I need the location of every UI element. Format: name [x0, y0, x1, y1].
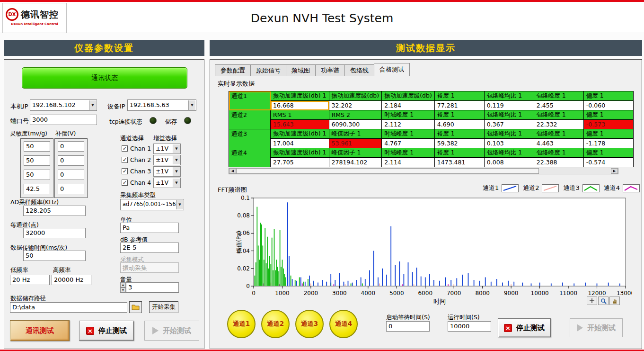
volume-stepper[interactable]: ▲ ▼ — [120, 282, 126, 293]
comm-status-indicator[interactable]: 通讯状态 — [22, 67, 187, 89]
header-cell[interactable]: 包络峰度 1 — [534, 110, 583, 120]
header-cell[interactable]: 振动加速度级(db) 1 — [271, 91, 329, 101]
header-cell[interactable]: 偏度 1 — [583, 91, 633, 101]
chevron-down-icon[interactable]: ▼ — [173, 156, 180, 164]
sensitivity-input-1[interactable]: 50 — [24, 141, 50, 152]
chevron-down-icon[interactable]: ▼ — [89, 100, 96, 110]
legend-item-ch1[interactable]: 通道1 — [483, 184, 519, 192]
value-cell[interactable]: 2.455 — [534, 101, 583, 110]
header-cell[interactable]: 包络峰度 1 — [534, 91, 583, 101]
value-cell[interactable]: 0.008 — [484, 158, 534, 167]
value-cell[interactable]: 2.184 — [382, 101, 435, 110]
crosshair-icon[interactable] — [587, 297, 597, 305]
value-cell[interactable]: 0.103 — [484, 139, 534, 148]
header-cell[interactable]: 时域峰度 1 — [382, 129, 435, 139]
channel-cell[interactable]: 通道4 — [229, 148, 271, 167]
header-cell[interactable]: RMS 2 — [329, 110, 382, 120]
start-test-button[interactable]: 开始测试 — [144, 321, 199, 341]
header-cell[interactable]: 包络峰均比 1 — [484, 129, 534, 139]
value-cell[interactable]: 6090.300 — [329, 120, 382, 129]
header-cell[interactable]: 包络峰均比 1 — [484, 110, 534, 120]
ad-freq-input[interactable]: 128.205 — [23, 206, 86, 216]
run-time-input[interactable]: 10000 — [448, 321, 491, 332]
header-cell[interactable]: 包络峰度 1 — [534, 129, 583, 139]
scrollbar-thumb[interactable] — [236, 168, 539, 174]
value-cell[interactable]: 1473.481 — [434, 158, 484, 167]
channel2-button[interactable]: 通道2 — [261, 310, 290, 338]
sensitivity-input-2[interactable]: 50 — [24, 155, 50, 166]
chan4-gain-select[interactable]: ±1V ▼ — [153, 178, 181, 188]
stop-test-button[interactable]: × 停止测试 — [79, 321, 134, 341]
channel-cell[interactable]: 通道3 — [229, 129, 271, 148]
header-cell[interactable]: 裕度 1 — [434, 110, 484, 120]
header-cell[interactable]: 时域峰度 1 — [382, 110, 435, 120]
spin-down-icon[interactable]: ▼ — [120, 288, 126, 293]
tab-power-spectrum[interactable]: 功率谱 — [316, 64, 345, 76]
compensation-input-3[interactable]: 0 — [58, 170, 84, 180]
stop-test-button-right[interactable]: × 停止测试 — [498, 318, 551, 337]
value-cell[interactable]: 22.332 — [534, 120, 583, 129]
spin-up-icon[interactable]: ▲ — [120, 282, 126, 288]
value-cell[interactable]: 0.367 — [484, 120, 534, 129]
header-cell[interactable]: 包络峰均比 1 — [484, 148, 534, 158]
value-cell[interactable]: 27.705 — [271, 158, 329, 167]
value-cell[interactable]: -0.574 — [583, 158, 633, 167]
header-cell[interactable]: 峰值因子 1 — [329, 148, 382, 158]
tab-raw-signal[interactable]: 原始信号 — [251, 64, 286, 76]
value-cell[interactable]: 53.961 — [329, 139, 382, 148]
header-cell[interactable]: 振动加速度级(db) — [382, 91, 435, 101]
value-cell[interactable]: 4.690 — [434, 120, 484, 129]
fft-chart-svg[interactable]: 00.020.040.060.080.101000200030004000500… — [235, 193, 632, 307]
unit-input[interactable]: Pa — [120, 223, 179, 233]
chevron-down-icon[interactable]: ▼ — [173, 179, 180, 187]
chan2-checkbox[interactable]: ✓ — [122, 157, 128, 163]
tab-param-config[interactable]: 参数配置 — [215, 64, 251, 76]
port-input[interactable]: 3000 — [30, 115, 97, 125]
chevron-down-icon[interactable]: ▼ — [173, 144, 180, 153]
header-cell[interactable]: 包络峰均比 1 — [484, 91, 534, 101]
header-cell[interactable]: 裕度 1 — [434, 91, 484, 101]
low-freq-input[interactable]: 20 Hz — [10, 275, 50, 285]
device-ip-select[interactable]: 192.168.5.63 ▼ — [127, 99, 196, 111]
sensitivity-input-4[interactable]: 42.5 — [24, 184, 50, 194]
tab-pass-test[interactable]: 合格测试 — [374, 63, 410, 76]
tab-freq-domain[interactable]: 频域图 — [286, 64, 316, 76]
value-cell[interactable]: -0.573 — [583, 120, 633, 129]
value-cell[interactable]: 16.668 — [271, 101, 329, 110]
freq-type-select[interactable]: ad7765(0.001~156 ▼ — [120, 199, 184, 210]
header-cell[interactable]: RMS 1 — [271, 110, 329, 120]
db-ref-input[interactable]: 2E-5 — [120, 243, 179, 253]
chan3-gain-select[interactable]: ±1V ▼ — [153, 166, 181, 177]
sensitivity-input-3[interactable]: 50 — [24, 170, 50, 180]
chevron-down-icon[interactable]: ▼ — [173, 167, 180, 176]
value-cell[interactable]: 15.643 — [271, 120, 329, 129]
value-cell[interactable]: 4.463 — [534, 139, 583, 148]
start-collect-button[interactable]: 开始采集 — [149, 301, 178, 313]
fft-chart[interactable]: 00.020.040.060.080.101000200030004000500… — [235, 193, 632, 307]
compensation-input-1[interactable]: 0 — [58, 141, 84, 152]
browse-folder-button[interactable] — [129, 301, 142, 313]
header-cell[interactable]: 偏度 1 — [583, 148, 633, 158]
comm-test-button[interactable]: 通讯测试 — [10, 320, 70, 341]
header-cell[interactable]: 振动加速度级(db) 1 — [271, 129, 329, 139]
pan-hand-icon[interactable] — [609, 297, 620, 305]
value-cell[interactable]: 4.767 — [382, 139, 435, 148]
value-cell[interactable]: 0.119 — [484, 101, 534, 110]
channel4-button[interactable]: 通道4 — [329, 310, 358, 338]
value-cell[interactable]: 278194.102 — [329, 158, 382, 167]
value-cell[interactable]: 59.382 — [434, 139, 484, 148]
channel3-button[interactable]: 通道3 — [295, 310, 324, 338]
header-cell[interactable]: 峰值因子 1 — [329, 129, 382, 139]
scroll-left-icon[interactable]: ◀ — [229, 168, 236, 174]
compensation-input-4[interactable]: 0 — [58, 184, 84, 194]
legend-item-ch3[interactable]: 通道3 — [563, 184, 599, 192]
header-cell[interactable]: 裕度 1 — [434, 148, 484, 158]
value-cell[interactable]: 77.281 — [434, 101, 484, 110]
value-cell[interactable]: 22.388 — [534, 158, 583, 167]
header-cell[interactable]: 振动加速度级(db) — [329, 91, 382, 101]
legend-item-ch4[interactable]: 通道4 — [604, 184, 640, 192]
chan1-checkbox[interactable]: ✓ — [122, 145, 128, 152]
header-cell[interactable]: 裕度 1 — [434, 129, 484, 139]
channel-cell[interactable]: 通道2 — [229, 110, 271, 129]
header-cell[interactable]: 时域峰度 1 — [382, 148, 435, 158]
